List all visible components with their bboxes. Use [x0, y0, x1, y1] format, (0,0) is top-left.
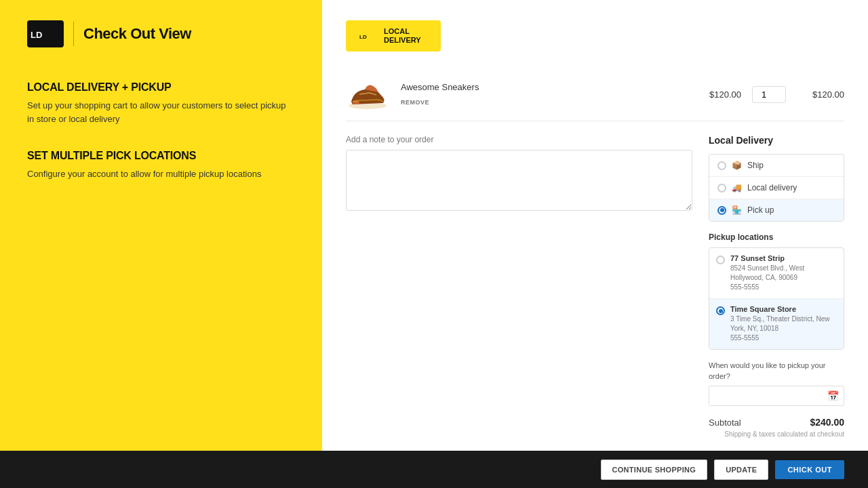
order-note-textarea[interactable] — [346, 150, 692, 211]
calendar-icon-button[interactable]: 📅 — [822, 386, 844, 405]
bottom-action-bar: CONTINUE SHOPPING UPDATE ChICK Out — [0, 451, 868, 488]
feature-multiple-locations-title: SET MULTIPLE PICK LOCATIONS — [27, 150, 295, 162]
cart-middle-section: Add a note to your order Local Delivery … — [346, 135, 844, 446]
pickup-date-input-row: 📅 — [709, 386, 844, 406]
feature-local-delivery: LOCAL DELIVERY + PICKUP Set up your shop… — [27, 81, 295, 125]
pickup-label: Pick up — [747, 205, 774, 215]
delivery-option-pickup[interactable]: 🏪 Pick up — [709, 199, 844, 221]
delivery-option-ship[interactable]: 📦 Ship — [709, 155, 844, 177]
subtotal-value: $240.00 — [810, 417, 844, 428]
left-panel: LD Check Out View LOCAL DELIVERY + PICKU… — [0, 0, 322, 451]
ship-label: Ship — [747, 161, 764, 170]
cart-item-details: Awesome Sneakers REMOVE — [401, 82, 683, 107]
feature-local-delivery-title: LOCAL DELIVERY + PICKUP — [27, 81, 295, 94]
brand-header: LD Check Out View — [27, 20, 295, 47]
brand-logo-icon: LD — [27, 20, 64, 47]
taxes-note: Shipping & taxes calculated at checkout — [709, 430, 844, 438]
shop-logo: LD LOCALDELIVERY — [346, 20, 441, 52]
cart-item-unit-price: $120.00 — [694, 89, 741, 100]
pickup-locations-label: Pickup locations — [709, 232, 844, 242]
ship-radio[interactable] — [717, 161, 726, 170]
feature-multiple-locations: SET MULTIPLE PICK LOCATIONS Configure yo… — [27, 150, 295, 181]
update-button[interactable]: UPDATE — [714, 460, 768, 480]
local-delivery-icon: 🚚 — [732, 183, 742, 192]
checkout-button[interactable]: ChICK Out — [775, 460, 844, 479]
pickup-date-input[interactable] — [709, 386, 822, 405]
brand-title: Check Out View — [83, 25, 191, 43]
subtotal-row: Subtotal $240.00 — [709, 417, 844, 428]
pickup-radio[interactable] — [717, 206, 726, 215]
continue-shopping-button[interactable]: CONTINUE SHOPPING — [601, 460, 708, 480]
timesquare-location-radio[interactable] — [716, 306, 725, 315]
delivery-options-group: 📦 Ship 🚚 Local delivery 🏪 Pick up — [709, 154, 844, 222]
delivery-section: Local Delivery 📦 Ship 🚚 Local delivery — [709, 135, 844, 446]
subtotal-label: Subtotal — [709, 418, 741, 428]
pickup-locations-group: 77 Sunset Strip 8524 Sunset Blvd., West … — [709, 247, 844, 350]
local-delivery-label: Local delivery — [747, 183, 797, 192]
sunset-location-name: 77 Sunset Strip — [730, 254, 837, 262]
shop-logo-text: LOCALDELIVERY — [384, 27, 421, 45]
brand-divider — [73, 22, 74, 46]
delivery-option-local[interactable]: 🚚 Local delivery — [709, 177, 844, 199]
sunset-location-address: 8524 Sunset Blvd., West Hollywood, CA, 9… — [730, 264, 837, 292]
pickup-location-timesquare[interactable]: Time Square Store 3 Time Sq., Theater Di… — [709, 299, 844, 349]
cart-item-name: Awesome Sneakers — [401, 82, 683, 92]
timesquare-location-name: Time Square Store — [730, 305, 837, 313]
right-panel: LD LOCALDELIVERY Awesome Sneakers REMOVE… — [322, 0, 868, 451]
svg-text:LD: LD — [359, 34, 367, 40]
cart-item-total: $120.00 — [797, 89, 844, 100]
sunset-location-details: 77 Sunset Strip 8524 Sunset Blvd., West … — [730, 254, 837, 292]
local-delivery-radio[interactable] — [717, 184, 726, 192]
delivery-title: Local Delivery — [709, 135, 844, 146]
svg-text:LD: LD — [31, 30, 42, 40]
shop-logo-icon: LD — [358, 28, 378, 43]
pickup-location-sunset[interactable]: 77 Sunset Strip 8524 Sunset Blvd., West … — [709, 248, 844, 299]
remove-item-button[interactable]: REMOVE — [401, 99, 429, 106]
cart-item-row: Awesome Sneakers REMOVE $120.00 $120.00 — [346, 68, 844, 121]
pickup-date-label: When would you like to pickup your order… — [709, 361, 844, 382]
cart-item-quantity[interactable] — [752, 86, 786, 103]
pickup-icon: 🏪 — [732, 205, 742, 215]
sunset-location-radio[interactable] — [716, 256, 725, 264]
timesquare-location-address: 3 Time Sq., Theater District, New York, … — [730, 314, 837, 343]
note-label: Add a note to your order — [346, 135, 692, 144]
feature-local-delivery-desc: Set up your shopping cart to allow your … — [27, 99, 295, 125]
timesquare-location-details: Time Square Store 3 Time Sq., Theater Di… — [730, 305, 837, 343]
product-image — [346, 77, 390, 111]
ship-icon: 📦 — [732, 161, 742, 170]
note-section: Add a note to your order — [346, 135, 692, 446]
feature-multiple-locations-desc: Configure your account to allow for mult… — [27, 167, 295, 181]
